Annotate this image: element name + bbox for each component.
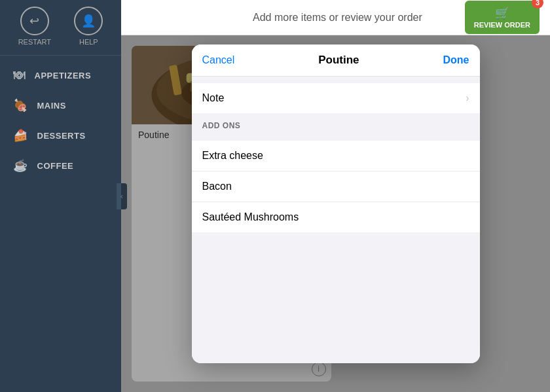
- restart-button[interactable]: ↩ RESTART: [18, 7, 51, 46]
- help-label: HELP: [79, 38, 98, 46]
- restart-icon: ↩: [20, 7, 49, 35]
- desserts-label: DESSERTS: [37, 131, 86, 141]
- modal-poutine-options: Cancel Poutine Done Note › ADD: [192, 45, 480, 363]
- sidebar-item-coffee[interactable]: ☕ COFFEE: [0, 151, 121, 181]
- main-area: Add more items or review your order 🛒 RE…: [121, 0, 550, 392]
- help-icon: 👤: [74, 7, 103, 35]
- review-order-button[interactable]: 🛒 REVIEW ORDER 3: [465, 1, 540, 34]
- extra-cheese-label: Extra cheese: [202, 150, 263, 162]
- modal-done-button[interactable]: Done: [443, 54, 469, 66]
- review-order-label: REVIEW ORDER: [474, 21, 530, 29]
- sidebar-item-appetizers[interactable]: 🍽 APPETIZERS: [0, 61, 121, 90]
- cart-icon: 🛒: [495, 6, 509, 20]
- modal-spacer: [192, 232, 480, 363]
- appetizers-icon: 🍽: [13, 69, 26, 82]
- coffee-icon: ☕: [13, 158, 28, 173]
- modal-body: Note › ADD ONS Extra cheese Bacon: [192, 77, 480, 363]
- add-ons-header: ADD ONS: [192, 113, 480, 134]
- extra-cheese-row[interactable]: Extra cheese: [192, 141, 480, 171]
- modal-cancel-button[interactable]: Cancel: [202, 54, 235, 66]
- topbar-title: Add more items or review your order: [210, 12, 465, 24]
- mains-icon: 🍖: [13, 98, 28, 113]
- mushrooms-row[interactable]: Sautéed Mushrooms: [192, 202, 480, 232]
- note-label: Note: [202, 92, 225, 104]
- sidebar: ↩ RESTART 👤 HELP 🍽 APPETIZERS 🍖 MAINS 🍰 …: [0, 0, 121, 392]
- cart-badge: 3: [532, 0, 543, 9]
- restart-label: RESTART: [18, 38, 51, 46]
- content-area: 11.95 + Poutine i Cancel Poutine Done: [121, 35, 550, 392]
- note-row[interactable]: Note ›: [192, 83, 480, 113]
- bacon-row[interactable]: Bacon: [192, 171, 480, 202]
- bacon-label: Bacon: [202, 181, 232, 192]
- modal-title: Poutine: [318, 54, 359, 67]
- mains-label: MAINS: [37, 101, 66, 111]
- sidebar-top: ↩ RESTART 👤 HELP: [0, 0, 121, 56]
- add-ons-list: Extra cheese Bacon Sautéed Mushrooms: [192, 141, 480, 232]
- appetizers-label: APPETIZERS: [35, 71, 92, 80]
- modal-backdrop: Cancel Poutine Done Note › ADD: [121, 35, 550, 392]
- mushrooms-label: Sautéed Mushrooms: [202, 211, 299, 223]
- note-chevron-icon: ›: [466, 92, 469, 104]
- desserts-icon: 🍰: [13, 128, 28, 143]
- add-ons-section: ADD ONS Extra cheese Bacon Sautéed Mushr…: [192, 113, 480, 232]
- topbar: Add more items or review your order 🛒 RE…: [121, 0, 550, 35]
- help-button[interactable]: 👤 HELP: [74, 7, 103, 46]
- sidebar-item-desserts[interactable]: 🍰 DESSERTS: [0, 120, 121, 151]
- sidebar-nav: 🍽 APPETIZERS 🍖 MAINS 🍰 DESSERTS ☕ COFFEE: [0, 56, 121, 181]
- coffee-label: COFFEE: [37, 161, 74, 171]
- sidebar-item-mains[interactable]: 🍖 MAINS: [0, 90, 121, 120]
- note-section: Note ›: [192, 83, 480, 113]
- modal-header: Cancel Poutine Done: [192, 45, 480, 77]
